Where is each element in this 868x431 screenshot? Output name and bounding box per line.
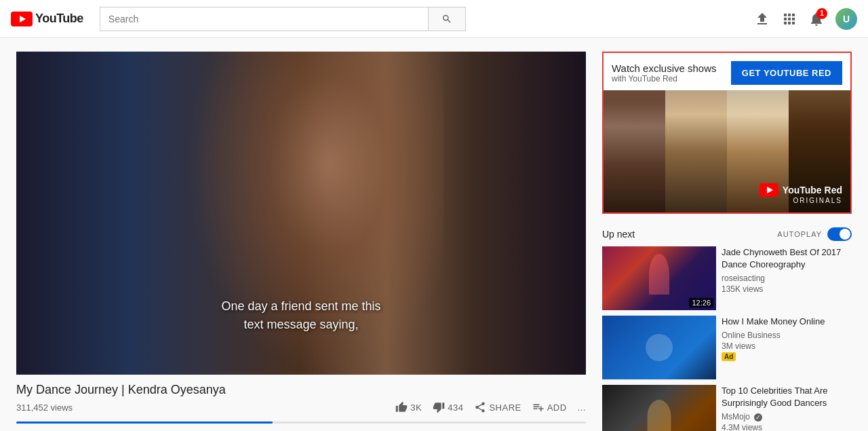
apps-button[interactable] — [781, 11, 797, 27]
thumbs-down-icon — [433, 401, 445, 413]
upload-icon — [754, 11, 770, 27]
add-label: ADD — [547, 402, 567, 413]
rec-channel-2: Online Business — [722, 331, 852, 340]
add-button[interactable]: ADD — [532, 401, 567, 413]
more-label: ... — [578, 402, 586, 413]
autoplay-toggle[interactable] — [827, 227, 852, 241]
video-meta: 311,452 views 3K 434 — [16, 401, 586, 413]
share-label: SHARE — [489, 402, 521, 413]
video-subtitle: One day a friend sent me thistext messag… — [221, 297, 380, 334]
logo-link[interactable]: YouTube — [11, 12, 83, 26]
yt-red-logo-icon — [760, 183, 778, 197]
autoplay-row: AUTOPLAY — [777, 227, 852, 241]
yt-red-heading: Watch exclusive shows — [612, 62, 717, 74]
rec-thumb-3: 10:31 — [602, 385, 716, 431]
youtube-logo-icon — [11, 12, 33, 26]
rec-duration-1: 12:26 — [689, 298, 713, 307]
video-thumbnail: One day a friend sent me thistext messag… — [16, 52, 586, 375]
face-1 — [604, 90, 665, 212]
like-button[interactable]: 3K — [395, 401, 422, 413]
up-next-row: Up next AUTOPLAY — [602, 222, 852, 246]
autoplay-label: AUTOPLAY — [777, 230, 822, 238]
yt-red-banner: Watch exclusive shows with YouTube Red G… — [602, 52, 852, 214]
upload-button[interactable] — [754, 11, 770, 27]
share-button[interactable]: SHARE — [474, 401, 521, 413]
rec-views-2: 3M views — [722, 341, 852, 351]
rec-video-3[interactable]: 10:31 Top 10 Celebrities That Are Surpri… — [602, 385, 852, 431]
rec-channel-1: roseisacting — [722, 274, 852, 283]
recommendations-list: 12:26 Jade Chynoweth Best Of 2017 Dance … — [602, 246, 852, 431]
rec-video-1[interactable]: 12:26 Jade Chynoweth Best Of 2017 Dance … — [602, 246, 852, 310]
video-title: My Dance Journey | Kendra Oyesanya — [16, 383, 586, 397]
rec-title-3: Top 10 Celebrities That Are Surprisingly… — [722, 385, 852, 409]
yt-red-subheading: with YouTube Red — [612, 74, 717, 83]
rec-views-1: 135K views — [722, 284, 852, 294]
yt-red-originals-text: ORIGINALS — [793, 197, 842, 204]
sidebar: Watch exclusive shows with YouTube Red G… — [602, 52, 852, 431]
thumb3-image — [602, 385, 716, 431]
get-yt-red-button[interactable]: GET YOUTUBE RED — [731, 61, 842, 85]
rec-video-2[interactable]: How I Make Money Online Online Business … — [602, 316, 852, 379]
dislike-count: 434 — [448, 402, 463, 413]
more-button[interactable]: ... — [578, 402, 586, 413]
video-actions: 3K 434 SHARE — [395, 401, 586, 413]
search-button[interactable] — [428, 7, 466, 31]
user-avatar[interactable]: U — [835, 8, 857, 30]
main-content: One day a friend sent me thistext messag… — [0, 38, 868, 431]
ad-badge-2: Ad — [722, 352, 736, 361]
notification-count: 1 — [816, 8, 827, 19]
rec-info-2: How I Make Money Online Online Business … — [722, 316, 852, 379]
header-right: 1 U — [754, 8, 857, 30]
up-next-label: Up next — [602, 229, 635, 240]
yt-red-logo-inner: YouTube Red — [760, 183, 842, 197]
logo-text: YouTube — [35, 12, 83, 26]
rec-title-1: Jade Chynoweth Best Of 2017 Dance Choreo… — [722, 246, 852, 271]
rec-info-3: Top 10 Celebrities That Are Surprisingly… — [722, 385, 852, 431]
progress-track[interactable] — [16, 421, 586, 424]
video-section: One day a friend sent me thistext messag… — [16, 52, 586, 431]
playlist-add-icon — [532, 401, 545, 413]
share-icon — [474, 401, 486, 413]
thumb2-image — [602, 316, 716, 379]
search-icon — [441, 14, 452, 24]
search-form — [100, 7, 466, 31]
video-player[interactable]: One day a friend sent me thistext messag… — [16, 52, 586, 375]
rec-views-3: 4.3M views — [722, 423, 852, 431]
yt-red-logo-text: YouTube Red — [783, 185, 842, 195]
search-input[interactable] — [100, 7, 428, 31]
rec-info-1: Jade Chynoweth Best Of 2017 Dance Choreo… — [722, 246, 852, 310]
video-info: My Dance Journey | Kendra Oyesanya 311,4… — [16, 383, 586, 431]
verified-icon-3: ✓ — [754, 413, 762, 421]
yt-red-header: Watch exclusive shows with YouTube Red G… — [604, 53, 850, 90]
rec-title-2: How I Make Money Online — [722, 316, 852, 328]
view-count: 311,452 views — [16, 402, 73, 413]
thumbs-up-icon — [395, 401, 408, 413]
rec-channel-3: MsMojo ✓ — [722, 412, 852, 421]
notifications-button[interactable]: 1 — [808, 11, 825, 27]
progress-fill — [16, 421, 273, 424]
apps-icon — [781, 11, 797, 27]
header: YouTube 1 U — [0, 0, 868, 38]
dislike-button[interactable]: 434 — [433, 401, 463, 413]
like-count: 3K — [410, 402, 422, 413]
rec-thumb-2 — [602, 316, 716, 379]
progress-area — [16, 421, 586, 424]
face-2 — [665, 90, 727, 212]
yt-red-image: YouTube Red ORIGINALS — [604, 90, 850, 212]
rec-thumb-1: 12:26 — [602, 246, 716, 310]
yt-red-text: Watch exclusive shows with YouTube Red — [612, 62, 717, 83]
yt-red-logo-overlay: YouTube Red ORIGINALS — [760, 183, 842, 204]
